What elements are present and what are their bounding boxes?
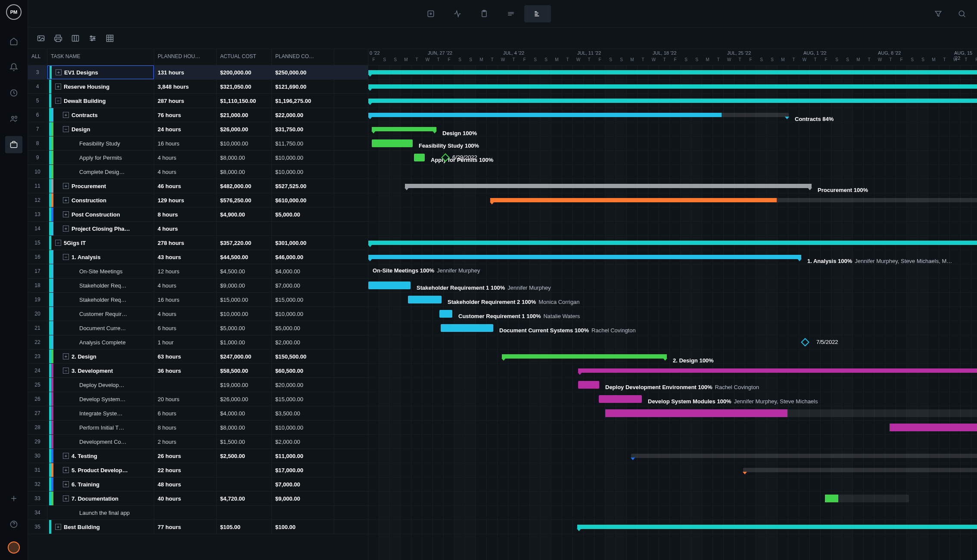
task-name-cell[interactable]: +Post Construction <box>47 207 154 221</box>
table-row[interactable]: 26Develop System…20 hours$26,000.00$15,0… <box>28 392 368 406</box>
expand-toggle[interactable]: + <box>63 183 69 189</box>
table-row[interactable]: 19Stakeholder Req…16 hours$15,000.00$15,… <box>28 293 368 307</box>
columns-icon[interactable] <box>69 32 82 45</box>
gantt-bar[interactable]: 2. Design 100% <box>502 354 667 359</box>
task-name-cell[interactable]: On-Site Meetings <box>47 264 154 278</box>
table-row[interactable]: 21Document Curre…6 hours$5,000.00$5,000.… <box>28 321 368 335</box>
task-name-cell[interactable]: +4. Testing <box>47 449 154 463</box>
table-row[interactable]: 25Deploy Develop…$19,000.00$20,000.00 <box>28 378 368 392</box>
table-row[interactable]: 17On-Site Meetings12 hours$4,500.00$4,00… <box>28 264 368 278</box>
task-name-cell[interactable]: Analysis Complete <box>47 335 154 349</box>
expand-toggle[interactable]: + <box>63 481 69 487</box>
expand-toggle[interactable]: + <box>63 467 69 473</box>
home-icon[interactable] <box>5 33 22 50</box>
settings-sliders-icon[interactable] <box>86 32 99 45</box>
table-row[interactable]: 24−3. Development36 hours$58,500.00$60,5… <box>28 364 368 378</box>
clock-icon[interactable] <box>5 84 22 102</box>
gantt-bar[interactable] <box>631 454 977 458</box>
table-row[interactable]: 9Apply for Permits4 hours$8,000.00$10,00… <box>28 151 368 165</box>
task-name-cell[interactable]: +Best Building <box>47 520 154 534</box>
expand-toggle[interactable]: + <box>55 84 61 90</box>
table-row[interactable]: 3+EV1 Designs131 hours$200,000.00$250,00… <box>28 65 368 80</box>
bell-icon[interactable] <box>5 59 22 76</box>
task-name-cell[interactable]: +7. Documentation <box>47 492 154 505</box>
table-row[interactable]: 27Integrate Syste…6 hours$4,000.00$3,500… <box>28 406 368 421</box>
task-name-cell[interactable]: Integrate Syste… <box>47 406 154 420</box>
task-name-cell[interactable]: +2. Design <box>47 350 154 363</box>
filter-icon[interactable] <box>932 5 945 22</box>
grid-icon[interactable] <box>103 32 116 45</box>
expand-toggle[interactable]: + <box>56 69 62 75</box>
task-name-cell[interactable]: Feasibility Study <box>47 136 154 150</box>
expand-toggle[interactable]: − <box>55 240 61 246</box>
table-row[interactable]: 32+6. Training48 hours$7,000.00 <box>28 477 368 492</box>
expand-toggle[interactable]: + <box>55 524 61 530</box>
col-actual-cost[interactable]: ACTUAL COST <box>217 49 272 65</box>
gantt-bar[interactable] <box>577 525 977 529</box>
view-gantt-icon[interactable] <box>524 5 551 22</box>
expand-toggle[interactable]: + <box>63 495 69 501</box>
task-name-cell[interactable]: +EV1 Designs <box>47 65 154 79</box>
expand-toggle[interactable]: + <box>63 353 69 359</box>
help-icon[interactable] <box>5 516 22 533</box>
table-row[interactable]: 13+Post Construction8 hours$4,900.00$5,0… <box>28 207 368 222</box>
app-logo[interactable]: PM <box>6 4 22 20</box>
table-row[interactable]: 4+Reserve Housing3,848 hours$321,050.00$… <box>28 80 368 94</box>
gantt-bar[interactable] <box>368 70 977 74</box>
expand-toggle[interactable]: − <box>55 98 61 104</box>
view-clipboard-icon[interactable] <box>471 5 498 22</box>
table-row[interactable]: 14+Project Closing Pha…4 hours <box>28 222 368 236</box>
gantt-bar[interactable]: Design 100% <box>372 127 436 131</box>
task-name-cell[interactable]: Stakeholder Req… <box>47 293 154 306</box>
task-name-cell[interactable]: +Construction <box>47 193 154 207</box>
gantt-bar[interactable]: Apply for Permits 100% <box>414 154 425 161</box>
gantt-bar[interactable] <box>368 99 977 103</box>
table-row[interactable]: 16−1. Analysis43 hours$44,500.00$46,000.… <box>28 250 368 264</box>
col-all[interactable]: ALL <box>28 49 47 65</box>
table-row[interactable]: 35+Best Building77 hours$105.00$100.00 <box>28 520 368 534</box>
table-row[interactable]: 8Feasibility Study16 hours$10,000.00$11,… <box>28 136 368 151</box>
table-row[interactable]: 31+5. Product Develop…22 hours$17,000.00 <box>28 463 368 477</box>
expand-toggle[interactable]: + <box>63 226 69 232</box>
milestone-diamond[interactable] <box>801 338 809 347</box>
users-icon[interactable] <box>5 110 22 127</box>
gantt-bar[interactable] <box>743 468 977 472</box>
task-name-cell[interactable]: +Contracts <box>47 108 154 122</box>
gantt-bar[interactable]: Procurement 100% <box>405 184 812 188</box>
col-task-name[interactable]: TASK NAME <box>47 49 154 65</box>
task-name-cell[interactable]: Complete Desig… <box>47 165 154 179</box>
gantt-bar[interactable]: Integrate System Modules 1 <box>605 409 977 417</box>
search-icon[interactable] <box>955 5 968 22</box>
gantt-bar[interactable] <box>825 495 909 502</box>
col-planned-cost[interactable]: PLANNED CO… <box>272 49 334 65</box>
task-name-cell[interactable]: +Reserve Housing <box>47 80 154 93</box>
task-name-cell[interactable]: +Project Closing Pha… <box>47 222 154 235</box>
task-name-cell[interactable]: Stakeholder Req… <box>47 278 154 292</box>
view-activity-icon[interactable] <box>444 5 471 22</box>
gantt-bar[interactable]: 3 <box>578 368 977 373</box>
task-name-cell[interactable]: −3. Development <box>47 364 154 377</box>
table-row[interactable]: 18Stakeholder Req…4 hours$9,000.00$7,000… <box>28 278 368 293</box>
task-name-cell[interactable]: −Dewalt Building <box>47 94 154 108</box>
task-name-cell[interactable]: Perform Initial T… <box>47 421 154 434</box>
gantt-bar[interactable]: Per <box>890 424 977 431</box>
table-row[interactable]: 15−5Gigs IT278 hours$357,220.00$301,000.… <box>28 236 368 250</box>
task-name-cell[interactable]: Develop System… <box>47 392 154 406</box>
gantt-bar[interactable] <box>490 198 977 202</box>
task-name-cell[interactable]: Document Curre… <box>47 321 154 335</box>
table-row[interactable]: 7−Design24 hours$26,000.00$31,750.00 <box>28 122 368 136</box>
expand-toggle[interactable]: + <box>63 453 69 459</box>
task-name-cell[interactable]: +Procurement <box>47 179 154 193</box>
view-focus-icon[interactable] <box>417 5 444 22</box>
table-row[interactable]: 23+2. Design63 hours$247,000.00$150,500.… <box>28 350 368 364</box>
table-row[interactable]: 11+Procurement46 hours$482,000.00$527,52… <box>28 179 368 193</box>
gantt-bar[interactable]: Contracts 84% <box>368 113 789 117</box>
expand-toggle[interactable]: − <box>63 368 69 374</box>
gantt-bar[interactable]: Develop System Modules 100%Jennifer Murp… <box>599 395 642 403</box>
table-row[interactable]: 34Launch the final app <box>28 506 368 520</box>
col-planned-hours[interactable]: PLANNED HOU… <box>154 49 217 65</box>
gantt-bar[interactable] <box>368 84 977 89</box>
table-row[interactable]: 12+Construction129 hours$576,250.00$610,… <box>28 193 368 207</box>
gantt-bar[interactable]: Feasibility Study 100% <box>372 139 413 147</box>
table-row[interactable]: 28Perform Initial T…8 hours$8,000.00$10,… <box>28 421 368 435</box>
